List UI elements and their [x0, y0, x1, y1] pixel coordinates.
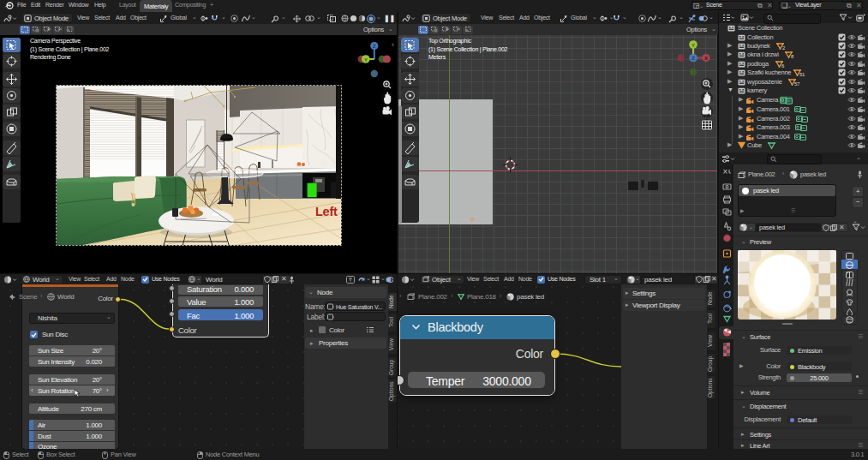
svg-text:Y: Y [691, 43, 695, 48]
svg-text:Z: Z [691, 56, 695, 61]
svg-text:Z: Z [373, 44, 376, 49]
svg-text:Y: Y [364, 57, 368, 63]
svg-text:Left: Left [315, 205, 338, 218]
svg-text:X: X [704, 56, 708, 61]
